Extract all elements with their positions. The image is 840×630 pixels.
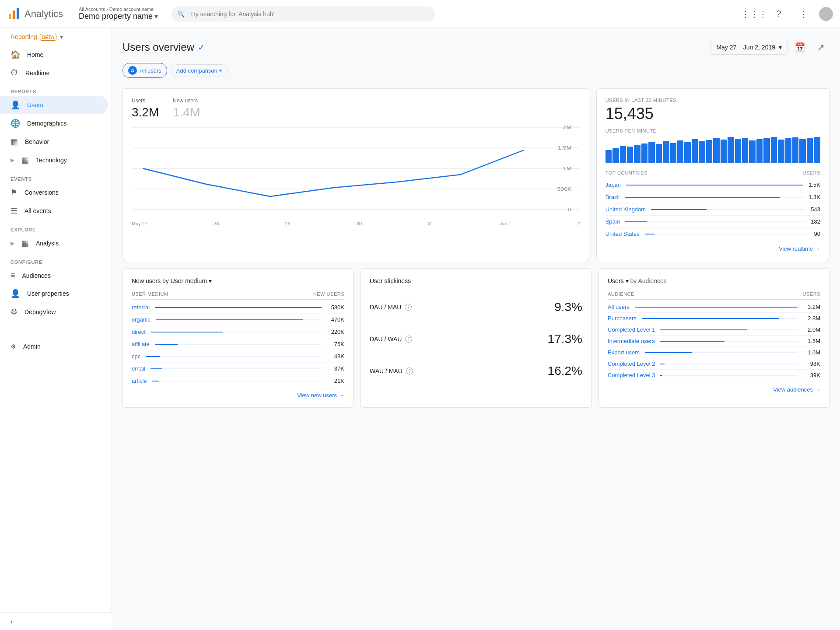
sidebar-item-demographics[interactable]: 🌐 Demographics (0, 114, 108, 133)
search-bar: 🔍 (172, 7, 434, 21)
audience-bar (645, 352, 692, 353)
view-audiences-link[interactable]: View audiences → (608, 386, 820, 393)
sidebar-item-users[interactable]: 👤 Users (0, 96, 108, 114)
country-name[interactable]: Spain (606, 218, 620, 225)
audience-bar-wrap (635, 307, 798, 308)
collapse-sidebar-button[interactable]: ‹ (0, 612, 112, 630)
bar-chart-bar (670, 143, 676, 163)
help-icon[interactable]: ? (770, 5, 788, 23)
audience-name[interactable]: All users (608, 304, 630, 310)
bar-chart-bar (656, 144, 662, 163)
property-name[interactable]: Demo property name ▾ (79, 12, 158, 21)
sidebar-item-technology[interactable]: ▶ ▦ Technology (0, 151, 108, 169)
calendar-icon[interactable]: 📅 (791, 38, 808, 56)
segment-chip-all-users[interactable]: A All users (122, 63, 167, 78)
bar-chart-bar (627, 147, 633, 163)
apps-grid-icon[interactable]: ⋮⋮⋮ (746, 5, 763, 23)
audience-name[interactable]: Completed Level 2 (608, 360, 655, 367)
sidebar-item-analysis[interactable]: ▶ ▦ Analysis (0, 234, 108, 252)
bar-chart-bar (814, 137, 820, 163)
country-bar-wrap (645, 234, 809, 234)
stickiness-rows: DAU / MAU ? 9.3% DAU / WAU ? 17.3% WAU /… (370, 291, 582, 387)
country-name[interactable]: Brazil (606, 194, 620, 200)
search-input[interactable] (172, 7, 434, 21)
reports-section-label: REPORTS (0, 82, 112, 96)
avatar[interactable] (819, 7, 833, 21)
help-circle-icon[interactable]: ? (405, 304, 412, 311)
audience-name[interactable]: Intermediate users (608, 338, 655, 344)
top-countries-label: TOP COUNTRIES (606, 170, 648, 175)
audience-name[interactable]: Completed Level 1 (608, 326, 655, 333)
more-options-icon[interactable]: ⋮ (794, 5, 812, 23)
country-bar-wrap (626, 185, 803, 186)
users-label: Users (132, 98, 159, 104)
medium-value: 470K (327, 316, 344, 323)
medium-name[interactable]: referral (132, 304, 150, 311)
stickiness-metric: DAU / WAU ? (370, 336, 412, 343)
add-icon: + (219, 67, 223, 74)
users-chart-card: Users 3.2M New users 1.4M 2M (122, 88, 589, 261)
sidebar-item-user-properties-label: User properties (27, 290, 69, 297)
sidebar-item-conversions[interactable]: ⚑ Conversions (0, 183, 108, 202)
reporting-nav[interactable]: Reporting BETA ▾ (0, 28, 112, 46)
audiences-users-col-header: USERS (803, 291, 820, 297)
bar-chart-bar (742, 138, 748, 163)
bar-chart-bar (612, 148, 619, 163)
country-name[interactable]: United States (606, 231, 640, 237)
sidebar-item-realtime[interactable]: ⏱ Realtime (0, 64, 108, 82)
audiences-card-title[interactable]: Users ▾ by Audiences (608, 277, 820, 284)
users-value: 3.2M (132, 105, 159, 119)
view-new-users-link[interactable]: View new users → (132, 392, 344, 399)
x-label-1: 28 (214, 221, 219, 226)
users-icon: 👤 (10, 100, 20, 110)
new-users-col-header: NEW USERS (313, 291, 344, 297)
country-name[interactable]: United Kingdom (606, 206, 646, 213)
audience-name[interactable]: Completed Level 3 (608, 372, 655, 378)
new-users-card: New users by User medium ▾ USER MEDIUM N… (122, 268, 354, 408)
bar-chart-bar (728, 137, 734, 163)
help-circle-icon[interactable]: ? (406, 368, 413, 374)
country-row: Spain 182 (606, 216, 820, 228)
audience-bar (660, 329, 747, 330)
view-realtime-link[interactable]: View realtime → (606, 245, 820, 252)
stickiness-row: WAU / MAU ? 16.2% (370, 355, 582, 387)
bar-chart-bar (634, 145, 640, 163)
header-actions: May 27 – Jun 2, 2019 ▾ 📅 ↗ (710, 38, 830, 56)
country-name[interactable]: Japan (606, 182, 621, 188)
stickiness-card: User stickiness DAU / MAU ? 9.3% DAU / W… (360, 268, 592, 408)
audiences-card: Users ▾ by Audiences AUDIENCE USERS All … (598, 268, 830, 408)
sidebar-item-all-events[interactable]: ☰ All events (0, 202, 108, 220)
audience-name[interactable]: Expert users (608, 349, 640, 356)
medium-name[interactable]: direct (132, 329, 146, 335)
medium-value: 75K (327, 341, 344, 347)
realtime-users-value: 15,435 (606, 105, 820, 123)
x-label-3: 30 (357, 221, 362, 226)
medium-name[interactable]: email (132, 365, 145, 372)
sidebar-item-behavior[interactable]: ▦ Behavior (0, 133, 108, 151)
sidebar-item-admin[interactable]: ⚙ Admin (0, 339, 112, 354)
medium-bar (156, 319, 304, 320)
share-icon[interactable]: ↗ (812, 38, 830, 56)
behavior-icon: ▦ (10, 137, 18, 147)
medium-name[interactable]: article (132, 378, 147, 384)
medium-name[interactable]: affiliate (132, 341, 150, 347)
medium-name[interactable]: organic (132, 316, 150, 323)
property-selector[interactable]: All Accounts › Demo account name Demo pr… (79, 7, 158, 21)
user-properties-icon: 👤 (10, 289, 20, 298)
sidebar-item-user-properties[interactable]: 👤 User properties (0, 284, 108, 303)
help-circle-icon[interactable]: ? (405, 336, 412, 343)
country-row: United Kingdom 543 (606, 203, 820, 216)
add-comparison-button[interactable]: Add comparison + (171, 64, 228, 77)
date-picker[interactable]: May 27 – Jun 2, 2019 ▾ (710, 40, 788, 55)
audience-row: Completed Level 2 98K (608, 358, 820, 370)
x-label-5: Jun 1 (499, 221, 511, 226)
medium-name[interactable]: cpc (132, 353, 140, 360)
new-users-card-title[interactable]: New users by User medium ▾ (132, 277, 344, 284)
audience-bar (642, 318, 779, 319)
medium-bar (155, 307, 322, 308)
sidebar-item-home[interactable]: 🏠 Home (0, 46, 108, 64)
sidebar-item-debugview[interactable]: ⚙ DebugView (0, 303, 108, 321)
sidebar-item-audiences[interactable]: ≡ Audiences (0, 266, 108, 284)
audience-name[interactable]: Purchasers (608, 315, 637, 322)
audience-col-header: AUDIENCE (608, 291, 634, 297)
